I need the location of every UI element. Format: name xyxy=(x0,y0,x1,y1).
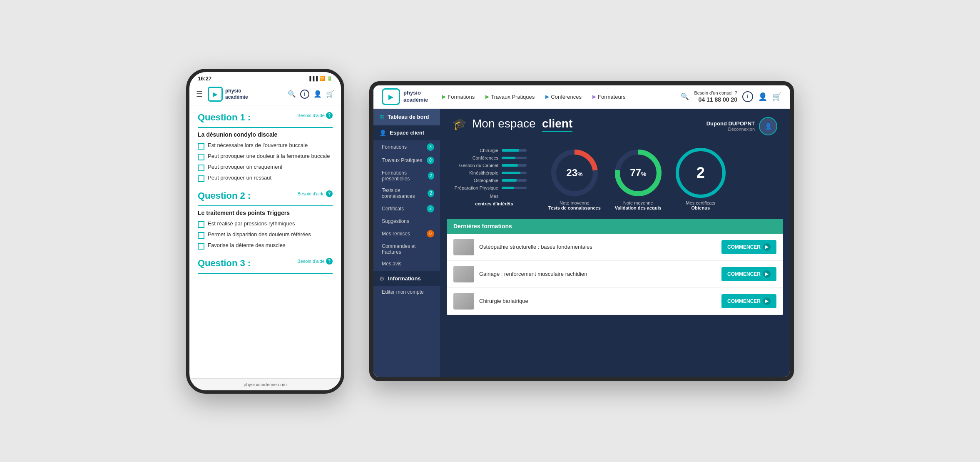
checkbox-item[interactable]: Est nécessaire lors de l'ouverture bucca… xyxy=(198,142,333,150)
formation-thumb-3 xyxy=(453,293,474,310)
tablet-cart-icon[interactable]: 🛒 xyxy=(772,92,781,101)
tablet-logo-text: physio académie xyxy=(403,90,428,104)
tablet-topbar: physio académie ▶ Formations ▶ Travaux P… xyxy=(373,85,790,109)
nav-item-conferences[interactable]: ▶ Conférences xyxy=(541,92,586,102)
commencer-button-3[interactable]: COMMENCER xyxy=(721,294,776,308)
sidebar-tests-label: Tests de connaissances xyxy=(382,187,428,199)
editer-compte-label: Editer mon compte xyxy=(382,289,424,295)
nav-item-travaux[interactable]: ▶ Travaux Pratiques xyxy=(481,92,539,102)
sidebar-editer-compte[interactable]: Editer mon compte xyxy=(373,286,440,298)
phone-info-icon[interactable]: i xyxy=(300,90,309,99)
espace-client-header-icon: 🎓 xyxy=(453,117,467,131)
sidebar-item-suggestions[interactable]: Suggestions xyxy=(373,215,440,227)
checkbox-item[interactable]: Est réalisé par pressions rythmiques xyxy=(198,220,333,228)
sidebar-tests-badge: 2 xyxy=(428,190,434,197)
interest-bar xyxy=(502,179,517,182)
formation-row-2: Gainage : renforcement musculaire rachid… xyxy=(447,261,783,288)
nav-item-formateurs[interactable]: ▶ Formateurs xyxy=(588,92,629,102)
tablet-info-icon[interactable]: i xyxy=(742,91,753,102)
sidebar-espace-client-header[interactable]: 👤 Espace client xyxy=(373,125,440,140)
sidebar-item-commandes[interactable]: Commandes et Factures xyxy=(373,240,440,258)
question-2-title: Question 2 : xyxy=(198,190,251,201)
dernieres-formations-section: Dernières formations Ostéopathie structu… xyxy=(447,219,783,315)
sidebar-informations-header[interactable]: ⚙ Informations xyxy=(373,271,440,286)
checkbox-label: Permet la disparition des douleurs référ… xyxy=(208,231,311,237)
main-title-area: 🎓 Mon espace client xyxy=(453,117,572,131)
interest-prep: Préparation Physique xyxy=(453,185,498,190)
sidebar-item-avis[interactable]: Mes avis xyxy=(373,258,440,270)
interest-row: Préparation Physique xyxy=(453,185,536,190)
sidebar-item-travaux[interactable]: Travaux Pratiques 0 xyxy=(373,154,440,167)
sidebar-travaux-badge: 0 xyxy=(427,157,434,164)
tablet-account-icon[interactable]: 👤 xyxy=(758,92,767,101)
formateurs-arrow-icon: ▶ xyxy=(592,94,596,100)
deconnect-button[interactable]: Déconnexion xyxy=(706,127,755,132)
interest-bar xyxy=(502,172,520,174)
conseil-label: Besoin d'un conseil ? xyxy=(694,90,737,96)
number-circle-2: 2 xyxy=(676,148,726,198)
checkbox-item[interactable]: Permet la disparition des douleurs référ… xyxy=(198,231,333,239)
checkbox-item[interactable]: Favorise la détente des muscles xyxy=(198,242,333,250)
sidebar-avis-label: Mes avis xyxy=(382,261,401,267)
sidebar-certificats-badge: 2 xyxy=(427,205,434,212)
stats-row: Chirurgie Conférences Gestion du Cabinet xyxy=(440,144,790,219)
checkbox-icon[interactable] xyxy=(198,165,204,171)
checkbox-label: Est nécessaire lors de l'ouverture bucca… xyxy=(208,142,308,148)
phone-status-icons: ▐▐▐ 🛜 🔋 xyxy=(308,76,333,81)
interest-bar-bg xyxy=(502,172,527,174)
checkbox-icon[interactable] xyxy=(198,221,204,228)
question-1-header: Question 1 : Besoin d'aide ? xyxy=(198,112,333,128)
checkbox-icon[interactable] xyxy=(198,232,204,239)
tablet-body: ⊞ Tableau de bord 👤 Espace client Format… xyxy=(373,109,790,377)
tableau-label: Tableau de bord xyxy=(388,114,429,120)
phone-cart-icon[interactable]: 🛒 xyxy=(326,90,334,98)
formation-image-2 xyxy=(453,266,474,282)
formation-row-1: Ostéopathie structurelle : bases fondame… xyxy=(447,234,783,261)
sidebar-item-tests[interactable]: Tests de connaissances 2 xyxy=(373,185,440,202)
sidebar-item-certificats[interactable]: Certificats 2 xyxy=(373,202,440,215)
checkbox-icon[interactable] xyxy=(198,175,204,182)
sidebar-suggestions-label: Suggestions xyxy=(382,218,409,224)
sidebar-item-formations[interactable]: Formations 3 xyxy=(373,140,440,154)
question-1-help[interactable]: Besoin d'aide ? xyxy=(297,112,333,119)
phone-logo: physio académie xyxy=(208,87,248,102)
phone-account-icon[interactable]: 👤 xyxy=(313,90,322,98)
commencer-button-2[interactable]: COMMENCER xyxy=(721,267,776,281)
battery-icon: 🔋 xyxy=(327,76,333,81)
phone-content: Question 1 : Besoin d'aide ? La désunion… xyxy=(189,105,341,374)
checkbox-item[interactable]: Peut provoquer un ressaut xyxy=(198,175,333,182)
checkbox-icon[interactable] xyxy=(198,143,204,150)
interest-conferences: Conférences xyxy=(453,155,498,160)
formation-title-3: Chirurgie bariatrique xyxy=(479,298,716,304)
hamburger-icon[interactable]: ☰ xyxy=(196,90,203,99)
phone-search-icon[interactable]: 🔍 xyxy=(288,90,296,98)
interest-row: Kinésithérapie xyxy=(453,170,536,175)
user-name: Dupond DUPOPNT xyxy=(706,120,755,127)
tablet-search-icon[interactable]: 🔍 xyxy=(681,92,689,100)
formation-thumb-2 xyxy=(453,266,474,282)
interests-label-bottom: centres d'intérêts xyxy=(453,201,536,206)
espace-client-label: Espace client xyxy=(390,130,424,136)
sidebar-item-formations-pres[interactable]: Formations présentielles 2 xyxy=(373,167,440,185)
phone-bottom-bar: physioacademie.com xyxy=(189,378,341,390)
checkbox-icon[interactable] xyxy=(198,154,204,160)
tablet-sidebar: ⊞ Tableau de bord 👤 Espace client Format… xyxy=(373,109,440,377)
phone-device: 16:27 ▐▐▐ 🛜 🔋 ☰ physio académie 🔍 i 👤 🛒 xyxy=(186,69,344,394)
checkbox-icon[interactable] xyxy=(198,243,204,250)
question-2-subtitle: Le traitement des points Triggers xyxy=(198,210,333,216)
signal-icon: ▐▐▐ xyxy=(308,76,318,81)
checkbox-item[interactable]: Peut provoquer une douleur à la fermetur… xyxy=(198,153,333,160)
question-3-help[interactable]: Besoin d'aide ? xyxy=(297,258,333,265)
sidebar-item-remises[interactable]: Mes remises 0 xyxy=(373,227,440,240)
phone-time: 16:27 xyxy=(198,75,211,82)
question-1-title: Question 1 : xyxy=(198,112,251,123)
travaux-arrow-icon: ▶ xyxy=(485,94,489,100)
donut-23: 23% xyxy=(550,148,599,198)
commencer-button-1[interactable]: COMMENCER xyxy=(721,240,776,254)
interest-row: Conférences xyxy=(453,155,536,160)
nav-item-formations[interactable]: ▶ Formations xyxy=(438,92,479,102)
checkbox-item[interactable]: Peut provoquer un craquement xyxy=(198,164,333,171)
interests-label-top: Mes xyxy=(453,194,536,199)
sidebar-tableau-de-bord[interactable]: ⊞ Tableau de bord xyxy=(373,109,440,125)
question-2-help[interactable]: Besoin d'aide ? xyxy=(297,190,333,197)
